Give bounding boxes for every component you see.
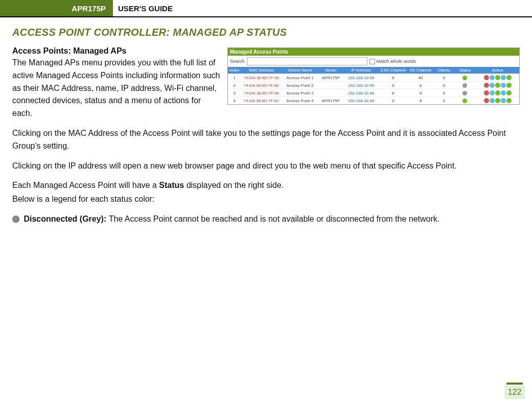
page-number: 122	[504, 386, 525, 399]
action-refresh-icon[interactable]	[495, 75, 500, 80]
guide-title: USER'S GUIDE	[113, 0, 173, 16]
action-refresh-icon[interactable]	[495, 98, 500, 103]
model-label: APR175P	[0, 0, 113, 16]
action-delete-icon[interactable]	[484, 98, 489, 103]
cell-model	[318, 82, 344, 89]
cell-ip[interactable]: 192.168.10.59	[344, 74, 379, 82]
cell-ch24: 0	[379, 97, 408, 105]
cell-ip[interactable]: 192.168.10.49	[344, 97, 379, 105]
status-dot-icon	[462, 99, 467, 103]
cell-ch5: 8	[408, 97, 434, 105]
ip-click-paragraph: Clicking on the IP address will open a n…	[12, 160, 520, 173]
cell-model: APR175P	[318, 74, 344, 82]
cell-clients: 0	[434, 89, 454, 97]
checkbox-icon	[369, 59, 375, 64]
page-footer: 122	[504, 383, 525, 399]
cell-clients: 0	[434, 82, 454, 89]
cell-ch24: 8	[379, 89, 408, 97]
cell-name: Access Point 1	[282, 74, 318, 82]
match-whole-words-checkbox[interactable]: Match whole words	[369, 59, 416, 64]
status-text-b: Status	[159, 181, 184, 189]
cell-ip[interactable]: 192.168.10.55	[344, 82, 379, 89]
cell-action	[476, 74, 519, 82]
cell-mac[interactable]: 74:DA:38:8D:7F:86	[241, 89, 282, 97]
action-delete-icon[interactable]	[484, 83, 489, 88]
search-row: Search Match whole words	[228, 56, 519, 67]
status-text-a: Each Managed Access Point will have a	[12, 181, 159, 189]
cell-ch5: 40	[408, 74, 434, 82]
action-edit-icon[interactable]	[490, 90, 495, 96]
cell-status	[454, 74, 476, 82]
cell-mac[interactable]: 74:DA:38:8D:7F:8E	[241, 82, 282, 89]
col-index[interactable]: Index	[228, 67, 241, 74]
action-refresh-icon[interactable]	[495, 90, 500, 96]
action-info-icon[interactable]	[501, 83, 506, 88]
legend-intro: Below is a legend for each status color:	[12, 193, 520, 206]
cell-clients: 0	[434, 74, 454, 82]
cell-model: APR175P	[318, 97, 344, 105]
search-input[interactable]	[247, 57, 367, 65]
cell-ip[interactable]: 192.168.10.44	[344, 89, 379, 97]
action-delete-icon[interactable]	[484, 75, 489, 80]
cell-mac[interactable]: 74:DA:38:8D:7F:56	[241, 74, 282, 82]
action-power-icon[interactable]	[506, 75, 512, 80]
action-edit-icon[interactable]	[490, 83, 495, 88]
status-text-c: displayed on the right side.	[184, 181, 284, 189]
grey-desc: The Access Point cannot be reached and i…	[109, 215, 440, 223]
table-row: 474:DA:38:8D:7F:8CAccess Point 4APR175P1…	[228, 97, 519, 105]
action-power-icon[interactable]	[506, 83, 512, 88]
table-row: 274:DA:38:8D:7F:8EAccess Point 2192.168.…	[228, 82, 519, 89]
col-clients[interactable]: Clients	[434, 67, 454, 74]
cell-name: Access Point 3	[282, 89, 318, 97]
action-edit-icon[interactable]	[490, 75, 495, 80]
cell-ch5: 8	[408, 89, 434, 97]
action-info-icon[interactable]	[501, 90, 506, 96]
col-name[interactable]: Device Name	[282, 67, 318, 74]
match-label: Match whole words	[377, 59, 416, 64]
action-edit-icon[interactable]	[490, 98, 495, 103]
cell-index: 2	[228, 82, 241, 89]
mac-click-paragraph: Clicking on the MAC Address of the Acces…	[12, 127, 520, 153]
cell-model	[318, 89, 344, 97]
cell-ch5: 8	[408, 82, 434, 89]
cell-status	[454, 82, 476, 89]
col-status[interactable]: Status	[454, 67, 476, 74]
status-dot-icon	[462, 83, 467, 88]
action-power-icon[interactable]	[506, 90, 512, 96]
cell-action	[476, 97, 519, 105]
cell-mac[interactable]: 74:DA:38:8D:7F:8C	[241, 97, 282, 105]
grey-label: Disconnected (Grey):	[24, 215, 108, 223]
grey-dot-icon	[12, 216, 19, 223]
action-refresh-icon[interactable]	[495, 83, 500, 88]
col-mac[interactable]: MAC Address	[241, 67, 282, 74]
col-ip[interactable]: IP Address	[344, 67, 379, 74]
cell-name: Access Point 2	[282, 82, 318, 89]
cell-index: 1	[228, 74, 241, 82]
action-power-icon[interactable]	[506, 98, 512, 103]
cell-status	[454, 97, 476, 105]
cell-action	[476, 82, 519, 89]
cell-ch24: 8	[379, 82, 408, 89]
action-info-icon[interactable]	[501, 75, 506, 80]
status-dot-icon	[462, 91, 467, 96]
table-row: 374:DA:38:8D:7F:86Access Point 3192.168.…	[228, 89, 519, 97]
cell-index: 3	[228, 89, 241, 97]
col-action[interactable]: Action	[476, 67, 519, 74]
cell-name: Access Point 4	[282, 97, 318, 105]
col-model[interactable]: Model	[318, 67, 344, 74]
col-ch24[interactable]: 2.4G Channel	[379, 67, 408, 74]
status-dot-icon	[462, 76, 467, 80]
status-paragraph: Each Managed Access Point will have a St…	[12, 179, 520, 192]
cell-clients: 0	[434, 97, 454, 105]
ap-table: Index MAC Address Device Name Model IP A…	[228, 67, 519, 104]
action-delete-icon[interactable]	[484, 90, 489, 96]
section-title: ACCESS POINT CONTROLLER: MANAGED AP STAT…	[12, 27, 520, 38]
page-header: APR175P USER'S GUIDE	[0, 0, 532, 17]
embedded-screenshot: Managed Access Points Search Match whole…	[227, 47, 520, 105]
cell-ch24: 8	[379, 74, 408, 82]
col-ch5[interactable]: 5G Channel	[408, 67, 434, 74]
panel-title: Managed Access Points	[228, 48, 519, 56]
cell-index: 4	[228, 97, 241, 105]
grey-status-legend: Disconnected (Grey): The Access Point ca…	[12, 213, 520, 226]
action-info-icon[interactable]	[501, 98, 506, 103]
